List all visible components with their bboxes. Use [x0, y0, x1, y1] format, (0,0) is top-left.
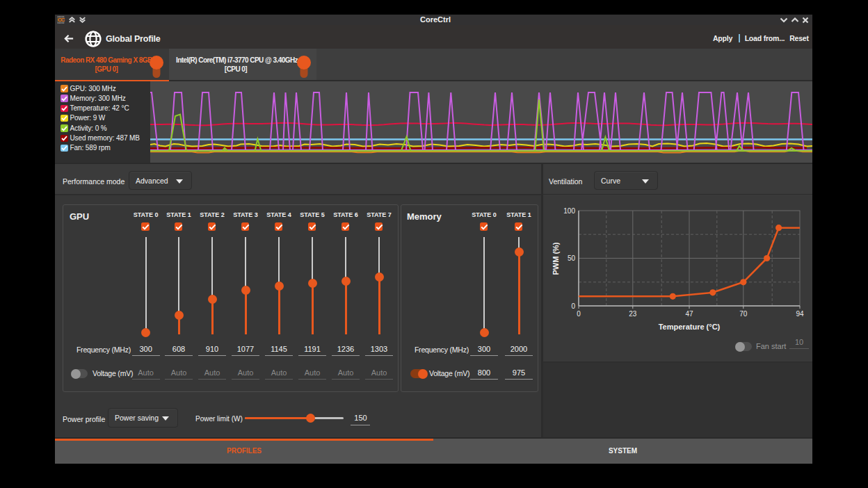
- svg-text:47: 47: [685, 310, 693, 318]
- svg-text:0: 0: [571, 302, 575, 310]
- svg-text:0: 0: [577, 310, 581, 318]
- svg-text:Temperature (°C): Temperature (°C): [659, 323, 721, 331]
- svg-text:23: 23: [629, 310, 637, 318]
- svg-text:94: 94: [796, 310, 804, 318]
- svg-text:100: 100: [563, 207, 575, 215]
- svg-text:PWM (%): PWM (%): [552, 242, 560, 275]
- svg-text:70: 70: [739, 310, 748, 318]
- svg-text:50: 50: [568, 254, 576, 262]
